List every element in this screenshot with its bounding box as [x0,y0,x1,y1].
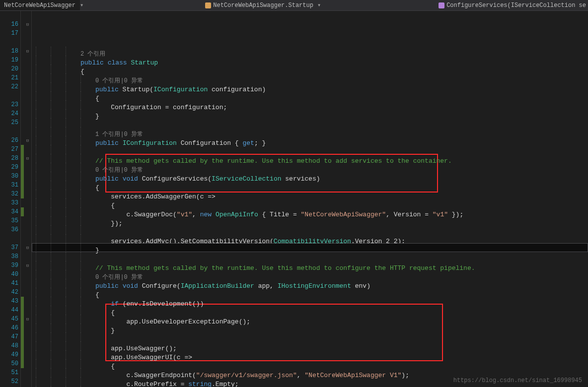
line-number: 18 [0,47,18,56]
code-line[interactable]: app.UseSwaggerUI(c => [32,350,588,359]
fold-empty [24,234,31,243]
code-area[interactable]: 2 个引用public class Startup{0 个引用|0 异常publ… [32,11,588,387]
line-number: 47 [0,332,18,341]
line-number: 22 [0,82,18,91]
fold-toggle[interactable]: ⊟ [24,47,31,56]
member-selector[interactable]: ConfigureServices(IServiceCollection se [439,2,588,9]
code-line[interactable] [32,332,588,341]
code-line[interactable]: } [32,109,588,118]
code-line[interactable]: if (env.IsDevelopment()) [32,297,588,306]
fold-empty [24,350,31,359]
code-line[interactable]: 0 个引用|0 异常 [32,163,588,172]
fold-empty [24,279,31,288]
code-line[interactable]: app.UseSwagger(); [32,341,588,350]
fold-empty [24,11,31,20]
code-line[interactable]: app.UseDeveloperExceptionPage(); [32,315,588,323]
code-line[interactable]: public class Startup [32,56,588,64]
code-line[interactable]: { [32,181,588,190]
code-line[interactable]: services.AddSwaggerGen(c => [32,190,588,198]
fold-empty [24,172,31,181]
line-number: 33 [0,198,18,207]
line-number: 16 [0,20,18,29]
line-number: 25 [0,118,18,127]
code-line[interactable]: services.AddMvc().SetCompatibilityVersio… [32,234,588,243]
fold-toggle[interactable]: ⊟ [24,154,31,163]
line-number [0,234,18,243]
line-number [0,91,18,100]
code-line[interactable]: { [32,64,588,73]
line-number: 39 [0,261,18,270]
tab-class[interactable]: NetCoreWebApiSwagger.Startup [201,0,317,10]
fold-empty [24,297,31,306]
code-editor[interactable]: 1617181920212223242526272829303132333435… [0,11,588,387]
code-line[interactable]: public IConfiguration Configuration { ge… [32,136,588,145]
fold-empty [24,163,31,172]
code-line[interactable]: 1 个引用|0 异常 [32,127,588,136]
line-number: 37 [0,243,18,252]
method-icon [439,2,444,8]
line-number: 43 [0,297,18,306]
line-number-gutter: 1617181920212223242526272829303132333435… [0,11,21,387]
line-number: 46 [0,323,18,332]
code-line[interactable]: { [32,91,588,100]
code-line[interactable]: public void Configure(IApplicationBuilde… [32,279,588,288]
fold-empty [24,82,31,91]
line-number: 19 [0,56,18,64]
code-line[interactable] [32,252,588,261]
fold-empty [24,91,31,100]
code-line[interactable]: c.SwaggerDoc("v1", new OpenApiInfo { Tit… [32,207,588,216]
fold-toggle[interactable]: ⊟ [24,261,31,270]
code-line[interactable]: } [32,243,588,252]
line-number: 30 [0,172,18,181]
code-line[interactable] [32,118,588,127]
fold-empty [24,225,31,234]
line-number: 35 [0,216,18,225]
tab-dropdown-center[interactable]: ▾ [317,1,321,9]
tab-project-label: NetCoreWebApiSwagger [4,2,75,9]
fold-empty [24,38,31,47]
line-number [0,127,18,136]
line-number: 41 [0,279,18,288]
line-number: 29 [0,163,18,172]
tab-class-label: NetCoreWebApiSwagger.Startup [213,2,313,9]
line-number: 32 [0,190,18,198]
line-number: 48 [0,341,18,350]
fold-empty [24,145,31,154]
code-line[interactable]: // This method gets called by the runtim… [32,261,588,270]
code-line[interactable]: Configuration = configuration; [32,100,588,109]
tab-project[interactable]: NetCoreWebApiSwagger [0,0,80,10]
code-line[interactable]: public void ConfigureServices(IServiceCo… [32,172,588,181]
fold-toggle[interactable]: ⊟ [24,136,31,145]
fold-empty [24,56,31,64]
line-number: 49 [0,350,18,359]
fold-toggle[interactable]: ⊟ [24,243,31,252]
code-line[interactable]: 2 个引用 [32,47,588,56]
class-icon [205,2,211,8]
fold-empty [24,288,31,297]
fold-empty [24,332,31,341]
code-line[interactable]: }); [32,216,588,225]
code-line[interactable]: { [32,198,588,207]
code-line[interactable]: 0 个引用|0 异常 [32,270,588,279]
code-line[interactable]: { [32,288,588,297]
code-line[interactable]: } [32,323,588,332]
code-line[interactable]: { [32,359,588,368]
fold-empty [24,341,31,350]
watermark: https://blog.csdn.net/sinat_16998945 [453,377,582,384]
code-line[interactable] [32,225,588,234]
fold-empty [24,181,31,190]
code-line[interactable]: c.SwaggerEndpoint("/swagger/v1/swagger.j… [32,368,588,377]
fold-empty [24,207,31,216]
fold-toggle[interactable]: ⊟ [24,315,31,323]
fold-toggle[interactable]: ⊟ [24,20,31,29]
fold-column: ⊟⊟⊟⊟⊟⊟⊟ [24,11,32,387]
code-line[interactable] [32,145,588,154]
tab-dropdown-left[interactable]: ▾ [80,1,83,9]
line-number: 17 [0,29,18,38]
fold-empty [24,252,31,261]
code-line[interactable]: 0 个引用|0 异常 [32,73,588,82]
code-line[interactable]: public Startup(IConfiguration configurat… [32,82,588,91]
code-line[interactable]: // This method gets called by the runtim… [32,154,588,163]
fold-empty [24,29,31,38]
code-line[interactable]: { [32,306,588,315]
